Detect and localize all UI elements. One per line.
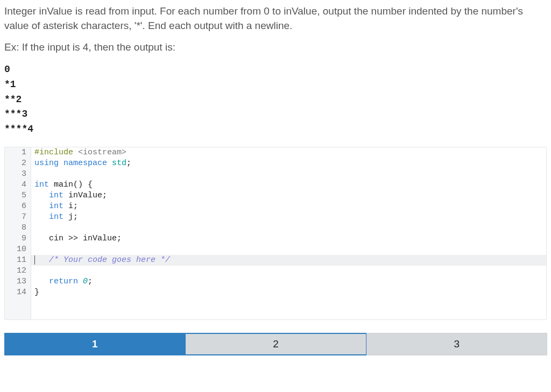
problem-prompt: Integer inValue is read from input. For … (4, 4, 547, 55)
code-line[interactable]: 4int main() { (5, 180, 546, 190)
code-line[interactable]: 8 (5, 223, 546, 233)
line-number: 1 (5, 147, 31, 158)
code-line[interactable]: 9 cin >> inValue; (5, 233, 546, 244)
code-line[interactable]: 11 /* Your code goes here */ (5, 255, 546, 266)
code-line[interactable]: 12 (5, 266, 546, 276)
line-number: 12 (5, 266, 31, 276)
line-number: 13 (5, 276, 31, 287)
code-line[interactable]: 13 return 0; (5, 276, 546, 287)
code-content[interactable] (31, 223, 546, 233)
step-tab-2[interactable]: 2 (185, 333, 366, 355)
code-line[interactable]: 5 int inValue; (5, 190, 546, 201)
code-content[interactable]: #include <iostream> (31, 147, 546, 158)
code-line[interactable]: 1#include <iostream> (5, 147, 546, 158)
line-number: 6 (5, 201, 31, 212)
code-content[interactable]: using namespace std; (31, 158, 546, 169)
prompt-paragraph-2: Ex: If the input is 4, then the output i… (4, 40, 547, 55)
line-number: 5 (5, 190, 31, 201)
code-line[interactable]: 3 (5, 169, 546, 180)
code-content[interactable]: int inValue; (31, 190, 546, 201)
step-tab-3[interactable]: 3 (366, 333, 547, 355)
code-line[interactable]: 10 (5, 244, 546, 255)
line-number: 3 (5, 169, 31, 180)
code-line[interactable]: 2using namespace std; (5, 158, 546, 169)
code-line[interactable]: 14} (5, 287, 546, 298)
code-content[interactable]: cin >> inValue; (31, 233, 546, 244)
code-content[interactable]: int main() { (31, 180, 546, 190)
code-content[interactable] (31, 266, 546, 276)
example-output: 0 *1 **2 ***3 ****4 (4, 62, 547, 137)
line-number: 8 (5, 223, 31, 233)
code-content[interactable] (31, 169, 546, 180)
prompt-paragraph-1: Integer inValue is read from input. For … (4, 4, 547, 33)
code-content[interactable] (31, 244, 546, 255)
code-line[interactable]: 6 int i; (5, 201, 546, 212)
code-line[interactable]: 7 int j; (5, 212, 546, 223)
line-number: 4 (5, 180, 31, 190)
line-number: 14 (5, 287, 31, 298)
code-content[interactable]: return 0; (31, 276, 546, 287)
line-number: 7 (5, 212, 31, 223)
code-content[interactable]: int i; (31, 201, 546, 212)
line-number: 11 (5, 255, 31, 266)
code-content[interactable]: } (31, 287, 546, 298)
line-number: 9 (5, 233, 31, 244)
step-tabs: 123 (4, 333, 547, 355)
cursor-caret (34, 255, 35, 265)
line-number: 10 (5, 244, 31, 255)
line-number: 2 (5, 158, 31, 169)
step-tab-1[interactable]: 1 (4, 333, 185, 355)
code-content[interactable]: /* Your code goes here */ (31, 255, 546, 266)
code-editor[interactable]: 1#include <iostream>2using namespace std… (4, 147, 547, 320)
code-content[interactable]: int j; (31, 212, 546, 223)
